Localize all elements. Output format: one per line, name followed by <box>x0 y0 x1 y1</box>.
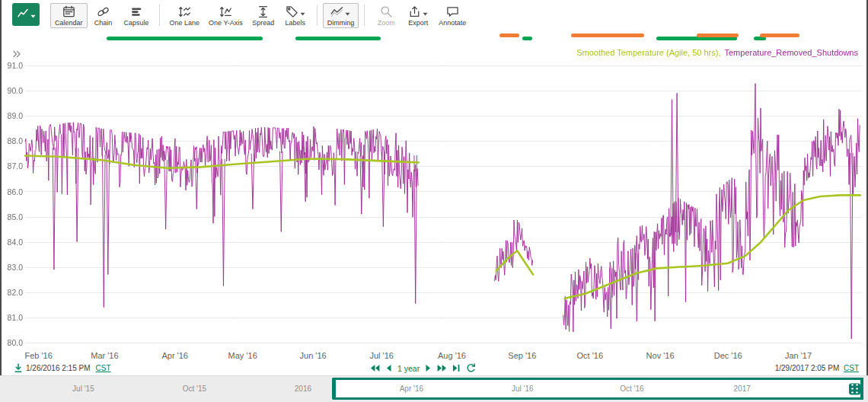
labels-icon <box>286 5 305 18</box>
x-axis-tick-label: Sep '16 <box>508 351 536 360</box>
scrubber-tick-label: 2017 <box>734 384 751 393</box>
toolbar-chain-button[interactable]: Chain <box>88 3 120 28</box>
one-y-axis-icon <box>219 5 232 18</box>
capsule-bar-orange[interactable] <box>571 34 644 37</box>
pan-left-button[interactable] <box>385 364 392 372</box>
trend-chart-canvas[interactable] <box>0 44 868 350</box>
capsule-icon <box>130 5 143 18</box>
step-forward-button[interactable] <box>437 364 447 372</box>
toolbar-button-label: Zoom <box>378 19 395 27</box>
refresh-button[interactable] <box>466 363 476 373</box>
axis-expand-icon[interactable] <box>12 47 21 61</box>
annotate-icon <box>446 5 459 18</box>
x-axis-tick-label: Jan '17 <box>785 351 812 360</box>
toolbar-button-label: Export <box>408 19 428 27</box>
legend-item[interactable]: Temperature_Removed_Shutdowns <box>725 48 859 57</box>
scrubber-tick-label: Oct '16 <box>620 384 643 393</box>
trend-chart: Smoothed Temperature (Agile, 50 hrs),Tem… <box>0 44 868 362</box>
x-axis-tick-label: May '16 <box>228 351 257 360</box>
toolbar-button-label: One Y-Axis <box>209 19 243 27</box>
legend-item[interactable]: Smoothed Temperature (Agile, 50 hrs), <box>576 48 720 57</box>
y-axis-tick-label: 84.0 <box>0 238 23 247</box>
range-end-datetime: 1/29/2017 2:05 PM <box>775 364 840 372</box>
toolbar-zoom-button: Zoom <box>370 3 402 28</box>
left-panel-edge <box>0 0 2 375</box>
toolbar-separator <box>364 5 365 26</box>
y-axis-tick-label: 88.0 <box>0 136 23 145</box>
x-axis-tick-label: Nov '16 <box>646 351 675 360</box>
y-axis-tick-label: 80.0 <box>0 338 23 347</box>
investigate-range-icon[interactable] <box>14 363 23 373</box>
display-range-bar: 1/26/2016 2:15 PM CST 1 year 1/29/2017 2… <box>0 362 868 375</box>
toolbar-button-label: Dimming <box>327 19 355 27</box>
capsule-bar-orange[interactable] <box>499 34 519 37</box>
scrubber-tick-label: Apr '16 <box>400 384 423 393</box>
toolbar-button-label: Calendar <box>55 19 83 27</box>
capsule-bar-orange[interactable] <box>697 34 739 37</box>
toolbar: CalendarChainCapsuleOne LaneOne Y-AxisSp… <box>0 0 868 30</box>
toolbar-spread-button[interactable]: Spread <box>247 3 279 28</box>
x-axis-tick-label: Oct '16 <box>577 351 604 360</box>
spread-icon <box>257 5 270 18</box>
toolbar-one-lane-button[interactable]: One Lane <box>165 3 205 28</box>
legend: Smoothed Temperature (Agile, 50 hrs),Tem… <box>573 48 858 57</box>
toolbar-button-label: Spread <box>252 19 274 27</box>
trend-view-button[interactable] <box>12 3 40 26</box>
scrubber-tick-label: Oct '15 <box>183 384 206 393</box>
y-axis-tick-label: 81.0 <box>0 313 23 322</box>
toolbar-labels-button[interactable]: Labels <box>279 3 311 28</box>
toolbar-dimming-button[interactable]: Dimming <box>323 3 359 28</box>
x-axis-tick-label: Jun '16 <box>300 351 327 360</box>
toolbar-button-label: Labels <box>285 19 305 27</box>
step-back-button[interactable] <box>370 364 380 372</box>
range-start-group: 1/26/2016 2:15 PM CST <box>14 363 111 373</box>
caret-down-icon <box>300 5 305 19</box>
range-end-group: 1/29/2017 2:05 PM CST <box>775 364 859 372</box>
scrubber-tick-label: Jul '16 <box>512 384 534 393</box>
selection-grip-handle[interactable] <box>849 383 860 394</box>
toolbar-one-y-axis-button[interactable]: One Y-Axis <box>204 3 247 28</box>
y-axis-tick-label: 83.0 <box>0 263 23 272</box>
capsule-bar-green[interactable] <box>107 37 263 40</box>
toolbar-button-label: Annotate <box>439 19 466 27</box>
selection-right-handle[interactable] <box>860 378 863 400</box>
pan-right-button[interactable] <box>425 364 432 372</box>
chain-icon <box>97 5 110 18</box>
toolbar-annotate-button[interactable]: Annotate <box>434 3 471 28</box>
trend-analysis-window: CalendarChainCapsuleOne LaneOne Y-AxisSp… <box>0 0 868 402</box>
capsule-bar-green[interactable] <box>522 37 532 40</box>
x-axis-tick-label: Jul '16 <box>369 351 393 360</box>
y-axis-tick-label: 82.0 <box>0 288 23 297</box>
range-start-timezone-link[interactable]: CST <box>96 364 111 372</box>
calendar-icon <box>62 5 75 18</box>
scrubber-tick-label: 2016 <box>295 384 311 393</box>
range-start-datetime: 1/26/2016 2:15 PM <box>26 364 91 372</box>
toolbar-calendar-button[interactable]: Calendar <box>50 3 88 28</box>
selection-left-handle[interactable] <box>332 378 336 400</box>
y-axis-tick-label: 89.0 <box>0 111 23 120</box>
dimming-icon <box>330 5 350 18</box>
toolbar-button-label: One Lane <box>170 19 200 27</box>
x-axis-tick-label: Mar '16 <box>91 351 118 360</box>
y-axis-tick-label: 91.0 <box>0 61 23 70</box>
scrubber-tick-label: Jul '15 <box>72 384 94 393</box>
toolbar-export-button[interactable]: Export <box>402 3 434 28</box>
capsule-bar-green[interactable] <box>295 37 381 40</box>
x-axis-tick-label: Dec '16 <box>714 351 742 360</box>
x-axis-tick-label: Feb '16 <box>24 351 52 360</box>
capsule-bar-orange[interactable] <box>760 34 799 37</box>
toolbar-capsule-button[interactable]: Capsule <box>120 3 154 28</box>
timeline-scrubber[interactable]: Jul '15Oct '152016Apr '16Jul '16Oct '162… <box>0 375 868 402</box>
zoom-icon <box>380 5 393 18</box>
one-lane-icon <box>178 5 191 18</box>
caret-down-icon <box>30 8 36 21</box>
range-end-timezone-link[interactable]: CST <box>844 364 859 372</box>
jump-to-end-button[interactable] <box>452 364 461 372</box>
range-duration-label[interactable]: 1 year <box>397 364 420 373</box>
capsule-lane <box>0 30 868 44</box>
y-axis-tick-label: 86.0 <box>0 187 23 196</box>
toolbar-button-label: Chain <box>94 19 113 27</box>
range-navigation: 1 year <box>370 363 476 373</box>
x-axis-tick-label: Aug '16 <box>438 351 466 360</box>
y-axis-tick-label: 85.0 <box>0 212 23 222</box>
